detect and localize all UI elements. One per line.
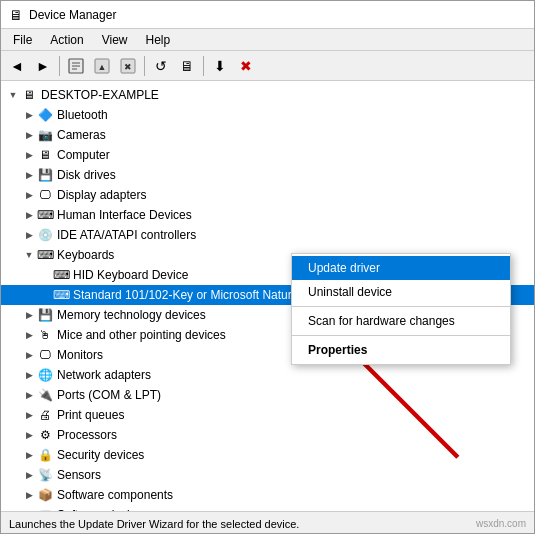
tree-item[interactable]: ▶🔒Security devices xyxy=(1,445,534,465)
root-icon: 🖥 xyxy=(21,87,37,103)
item-icon-2: 🖥 xyxy=(37,147,53,163)
item-icon-6: 💿 xyxy=(37,227,53,243)
menu-item-view[interactable]: View xyxy=(94,31,136,49)
item-label-12: Monitors xyxy=(57,348,103,362)
item-label-18: Sensors xyxy=(57,468,101,482)
uninstall-btn[interactable]: ✖ xyxy=(116,54,140,78)
item-label-0: Bluetooth xyxy=(57,108,108,122)
expand-icon-20[interactable]: ▶ xyxy=(21,507,37,511)
expand-icon-5[interactable]: ▶ xyxy=(21,207,37,223)
item-icon-0: 🔷 xyxy=(37,107,53,123)
menu-item-action[interactable]: Action xyxy=(42,31,91,49)
item-label-10: Memory technology devices xyxy=(57,308,206,322)
tree-item[interactable]: ▶⌨Human Interface Devices xyxy=(1,205,534,225)
expand-root-icon: ▼ xyxy=(5,87,21,103)
item-label-7: Keyboards xyxy=(57,248,114,262)
item-icon-9: ⌨ xyxy=(53,287,69,303)
tree-item[interactable]: ▶💾Disk drives xyxy=(1,165,534,185)
expand-icon-12[interactable]: ▶ xyxy=(21,347,37,363)
item-label-17: Security devices xyxy=(57,448,144,462)
item-icon-1: 📷 xyxy=(37,127,53,143)
tree-item[interactable]: ▶📷Cameras xyxy=(1,125,534,145)
expand-icon-6[interactable]: ▶ xyxy=(21,227,37,243)
context-menu: Update driverUninstall deviceScan for ha… xyxy=(291,253,511,365)
item-icon-14: 🔌 xyxy=(37,387,53,403)
item-label-15: Print queues xyxy=(57,408,124,422)
toolbar-sep-1 xyxy=(59,56,60,76)
expand-icon-3[interactable]: ▶ xyxy=(21,167,37,183)
item-label-4: Display adapters xyxy=(57,188,146,202)
expand-icon-19[interactable]: ▶ xyxy=(21,487,37,503)
menu-item-help[interactable]: Help xyxy=(138,31,179,49)
expand-icon-0[interactable]: ▶ xyxy=(21,107,37,123)
remove-btn[interactable]: ✖ xyxy=(234,54,258,78)
item-icon-7: ⌨ xyxy=(37,247,53,263)
tree-item[interactable]: ▶📡Sensors xyxy=(1,465,534,485)
expand-icon-13[interactable]: ▶ xyxy=(21,367,37,383)
item-icon-13: 🌐 xyxy=(37,367,53,383)
svg-text:▲: ▲ xyxy=(98,62,107,72)
item-label-11: Mice and other pointing devices xyxy=(57,328,226,342)
item-label-13: Network adapters xyxy=(57,368,151,382)
menu-item-file[interactable]: File xyxy=(5,31,40,49)
item-icon-3: 💾 xyxy=(37,167,53,183)
expand-icon-7[interactable]: ▼ xyxy=(21,247,37,263)
context-menu-item-uninstall-device[interactable]: Uninstall device xyxy=(292,280,510,304)
expand-icon-4[interactable]: ▶ xyxy=(21,187,37,203)
context-menu-item-update-driver[interactable]: Update driver xyxy=(292,256,510,280)
tree-item[interactable]: ▶🔌Ports (COM & LPT) xyxy=(1,385,534,405)
item-icon-11: 🖱 xyxy=(37,327,53,343)
item-icon-19: 📦 xyxy=(37,487,53,503)
context-menu-item-properties[interactable]: Properties xyxy=(292,338,510,362)
expand-icon-9 xyxy=(37,287,53,303)
update-driver-btn[interactable]: ▲ xyxy=(90,54,114,78)
expand-icon-2[interactable]: ▶ xyxy=(21,147,37,163)
scan-btn[interactable]: ↺ xyxy=(149,54,173,78)
expand-icon-18[interactable]: ▶ xyxy=(21,467,37,483)
item-icon-5: ⌨ xyxy=(37,207,53,223)
expand-icon-10[interactable]: ▶ xyxy=(21,307,37,323)
svg-text:✖: ✖ xyxy=(124,62,132,72)
properties-btn[interactable] xyxy=(64,54,88,78)
status-text: Launches the Update Driver Wizard for th… xyxy=(9,518,299,530)
display-btn[interactable]: 🖥 xyxy=(175,54,199,78)
tree-item[interactable]: ▶💻Software devices xyxy=(1,505,534,511)
expand-icon-15[interactable]: ▶ xyxy=(21,407,37,423)
expand-icon-17[interactable]: ▶ xyxy=(21,447,37,463)
main-content: ▼🖥DESKTOP-EXAMPLE▶🔷Bluetooth▶📷Cameras▶🖥C… xyxy=(1,81,534,511)
forward-btn[interactable]: ► xyxy=(31,54,55,78)
tree-item[interactable]: ▶💿IDE ATA/ATAPI controllers xyxy=(1,225,534,245)
tree-item[interactable]: ▶🖵Display adapters xyxy=(1,185,534,205)
context-menu-separator-2 xyxy=(292,306,510,307)
expand-icon-16[interactable]: ▶ xyxy=(21,427,37,443)
context-menu-item-scan-for-hardware-changes[interactable]: Scan for hardware changes xyxy=(292,309,510,333)
status-bar: Launches the Update Driver Wizard for th… xyxy=(1,511,534,534)
item-label-2: Computer xyxy=(57,148,110,162)
context-menu-separator-4 xyxy=(292,335,510,336)
item-label-3: Disk drives xyxy=(57,168,116,182)
title-bar: 🖥 Device Manager xyxy=(1,1,534,29)
tree-root[interactable]: ▼🖥DESKTOP-EXAMPLE xyxy=(1,85,534,105)
tree-item[interactable]: ▶🔷Bluetooth xyxy=(1,105,534,125)
tree-item[interactable]: ▶⚙Processors xyxy=(1,425,534,445)
item-label-16: Processors xyxy=(57,428,117,442)
app-title: Device Manager xyxy=(29,8,116,22)
tree-item[interactable]: ▶📦Software components xyxy=(1,485,534,505)
item-icon-10: 💾 xyxy=(37,307,53,323)
tree-item[interactable]: ▶🖨Print queues xyxy=(1,405,534,425)
item-icon-4: 🖵 xyxy=(37,187,53,203)
item-icon-17: 🔒 xyxy=(37,447,53,463)
expand-icon-14[interactable]: ▶ xyxy=(21,387,37,403)
tree-item[interactable]: ▶🌐Network adapters xyxy=(1,365,534,385)
item-icon-18: 📡 xyxy=(37,467,53,483)
tree-item[interactable]: ▶🖥Computer xyxy=(1,145,534,165)
toolbar-sep-2 xyxy=(144,56,145,76)
item-label-20: Software devices xyxy=(57,508,148,511)
root-label: DESKTOP-EXAMPLE xyxy=(41,88,159,102)
item-label-6: IDE ATA/ATAPI controllers xyxy=(57,228,196,242)
download-btn[interactable]: ⬇ xyxy=(208,54,232,78)
item-icon-8: ⌨ xyxy=(53,267,69,283)
back-btn[interactable]: ◄ xyxy=(5,54,29,78)
expand-icon-1[interactable]: ▶ xyxy=(21,127,37,143)
expand-icon-11[interactable]: ▶ xyxy=(21,327,37,343)
